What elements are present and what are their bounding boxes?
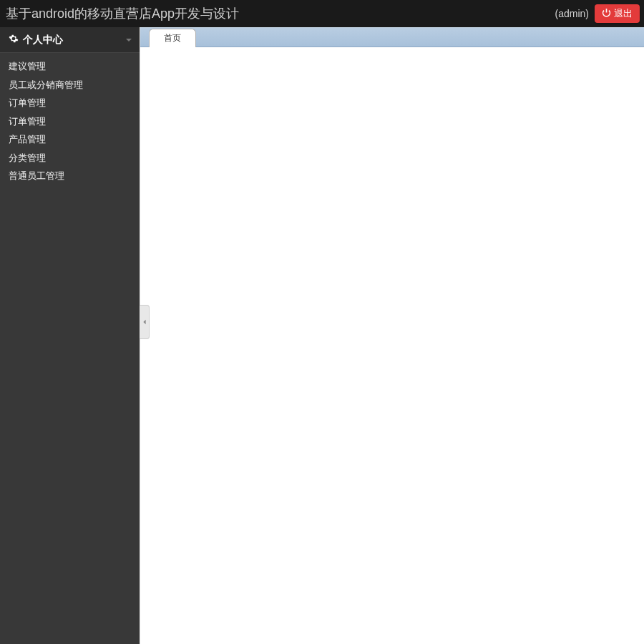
sidebar-item-orders-2[interactable]: 订单管理 [0,112,140,131]
chevron-down-icon [125,34,132,47]
header-bar: 基于android的移动直营店App开发与设计 (admin) 退出 [0,0,644,27]
cogs-icon [9,34,19,46]
app-title: 基于android的移动直营店App开发与设计 [6,5,239,22]
sidebar: 个人中心 建议管理 员工或分销商管理 订单管理 订单管理 产品管理 分类管理 普… [0,27,140,644]
main-area: 首页 [140,27,644,644]
sidebar-section-title: 个人中心 [23,34,63,47]
power-icon [602,8,611,19]
sidebar-section-header[interactable]: 个人中心 [0,27,140,53]
sidebar-section-left: 个人中心 [9,34,63,47]
sidebar-item-products[interactable]: 产品管理 [0,130,140,149]
sidebar-collapse-handle[interactable] [140,305,150,339]
sidebar-item-regular-staff[interactable]: 普通员工管理 [0,167,140,185]
tab-home[interactable]: 首页 [149,29,196,47]
user-label: (admin) [555,8,589,19]
sidebar-item-suggestions[interactable]: 建议管理 [0,57,140,76]
sidebar-item-staff-distributor[interactable]: 员工或分销商管理 [0,76,140,94]
sidebar-item-orders-1[interactable]: 订单管理 [0,94,140,112]
logout-label: 退出 [614,7,633,20]
body-wrap: 个人中心 建议管理 员工或分销商管理 订单管理 订单管理 产品管理 分类管理 普… [0,27,644,644]
chevron-left-icon [142,316,147,328]
logout-button[interactable]: 退出 [595,4,640,23]
tab-bar: 首页 [140,27,644,47]
header-right: (admin) 退出 [555,4,640,23]
content-area [140,47,644,644]
sidebar-menu: 建议管理 员工或分销商管理 订单管理 订单管理 产品管理 分类管理 普通员工管理 [0,53,140,190]
sidebar-item-categories[interactable]: 分类管理 [0,149,140,167]
